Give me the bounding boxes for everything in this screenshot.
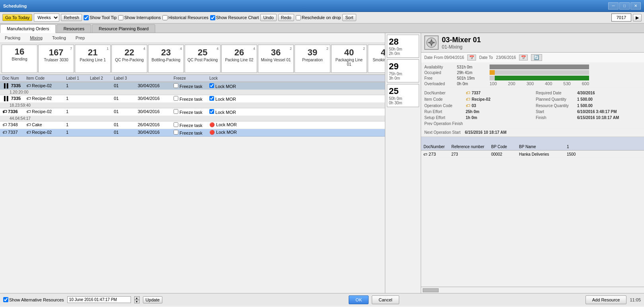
show-interruptions-check[interactable]: Show Interruptions [118, 15, 161, 20]
datetime-input[interactable]: 10 June 2016 01:47:17 PM [67, 296, 131, 303]
title-bar: Scheduling ─ □ ✕ [0, 0, 644, 12]
week-25[interactable]: 25 50h 0m 0h 30m [387, 84, 419, 107]
date-to-value: 23/06/2016 [496, 55, 516, 60]
detail-fields: DocNumber 🏷 7337 Required Date 4/30/2016… [421, 88, 644, 129]
group-time-2: 18.23:59:40 [0, 103, 385, 108]
overloaded-label: Overloaded [424, 82, 456, 86]
field-opcode: Operation Code 🏷 03 [424, 103, 529, 108]
field-docnumber: DocNumber 🏷 7337 [424, 90, 529, 95]
ref-cell: 273 [451, 152, 490, 157]
availability-label: Availability [424, 65, 456, 69]
show-interruptions-checkbox[interactable] [118, 15, 123, 20]
window-controls: ─ □ ✕ [608, 2, 641, 10]
tab-resource-planning-board[interactable]: Resource Planning Board [92, 24, 155, 33]
date-to-cal-button[interactable]: 📅 [519, 55, 528, 61]
show-resource-chart-check[interactable]: Show Resource Chart [210, 15, 259, 20]
resource-item-36[interactable]: 2 36 Mixing Vessel 01 [258, 45, 294, 73]
occupied-value: 29h 41m [457, 70, 489, 75]
window-title: Scheduling [3, 4, 608, 8]
spin-down[interactable]: ▼ [134, 300, 140, 303]
resource-item-16[interactable]: 16 Blending [2, 45, 37, 73]
resource-item-25[interactable]: 4 25 QC Post Packing [185, 45, 221, 73]
week-28[interactable]: 28 50h 0m 2h 0m [387, 35, 419, 58]
resource-item-26[interactable]: 4 26 Packing Line 02 [221, 45, 257, 73]
col-itemcode: Item Code [25, 76, 65, 81]
free-value: 501h 19m [457, 76, 489, 80]
show-tooltip-check[interactable]: Show Tool Tip [84, 15, 117, 20]
view-tab-prep[interactable]: Prep [74, 35, 86, 41]
resource-item-21[interactable]: 1 21 Packing Line 1 [75, 45, 111, 73]
h-scrollbar[interactable] [421, 287, 644, 293]
refresh-button[interactable]: Refresh [61, 14, 82, 21]
tab-manufacturing-orders[interactable]: Manufacturing Orders [0, 24, 56, 33]
go-to-today-button[interactable]: Go To Today [2, 14, 32, 21]
group-time-3: 44.04:54:17 [0, 116, 385, 121]
view-tab-tooling[interactable]: Tooling [51, 35, 68, 41]
col-qty: 1 [566, 144, 590, 149]
bar-scale: 100200300400530600 [490, 81, 589, 86]
group-header-1: ▐ ▌ 7335 🏷 Recipe-02 1 01 30/04/2016 Fre… [0, 82, 385, 90]
add-resource-button[interactable]: Add Resource [585, 295, 627, 304]
spin-up[interactable]: ▲ [134, 296, 140, 300]
field-setup-effort: Setup Effort 1h 0m [424, 115, 529, 120]
minimize-button[interactable]: ─ [608, 2, 619, 10]
machine-subtitle: 01-Mixing [442, 44, 481, 50]
update-button[interactable]: Update [143, 296, 162, 303]
table-row-7348[interactable]: 🏷 7348 🏷 Cake 1 01 26/04/2016 Freeze tas… [0, 121, 385, 129]
mixer-icon [424, 35, 439, 50]
redo-button[interactable]: Redo [278, 14, 294, 21]
col-freeze: Freeze [173, 76, 209, 81]
toolbar: Go To Today Weeks Refresh Show Tool Tip … [0, 12, 644, 23]
table-row-7337[interactable]: 🏷 7337 🏷 Recipe-02 1 01 30/04/2016 Freez… [0, 129, 385, 137]
resource-item-22[interactable]: 4 22 QC Pre-Packing [111, 45, 147, 73]
col-label1: Label 1 [65, 76, 89, 81]
main-tabs: Manufacturing Orders Resources Resource … [0, 23, 644, 33]
ok-button[interactable]: OK [349, 295, 369, 304]
cancel-button[interactable]: Cancel [372, 295, 399, 304]
col-bp-code: BP Code [490, 144, 518, 149]
view-tab-packing[interactable]: Packing [3, 35, 22, 41]
left-panel: Packing Mixing Tooling Prep 16 Blending … [0, 33, 385, 293]
date-refresh-button[interactable]: 🔄 [531, 54, 542, 61]
group-time-1: 1.20:20:00 [0, 90, 385, 95]
historical-resources-check[interactable]: Historical Resources [162, 15, 209, 20]
qty-cell: 1500 [566, 152, 590, 157]
reschedule-on-drop-check[interactable]: Reschedule on drop [296, 15, 341, 20]
main-content: Packing Mixing Tooling Prep 16 Blending … [0, 33, 644, 293]
col-ref: Reference number [451, 144, 490, 149]
period-select[interactable]: Weeks [34, 14, 59, 22]
close-button[interactable]: ✕ [630, 2, 641, 10]
undo-button[interactable]: Undo [260, 14, 276, 21]
col-label2: Label 2 [89, 76, 113, 81]
table-row-7335b[interactable]: ▐ ▌ 7335 🏷 Recipe-02 1 01 30/04/2016 Fre… [0, 95, 385, 103]
view-tab-mixing[interactable]: Mixing [28, 35, 44, 41]
resource-item-167[interactable]: 7 167 Trulaser 3030 [38, 45, 74, 73]
search-button[interactable]: ▶ [633, 14, 642, 22]
resource-item-23[interactable]: 4 23 Bottling-Packing [148, 45, 184, 73]
doc-num-input[interactable]: 7017 [611, 14, 631, 22]
weeks-panel: 28 50h 0m 2h 0m 29 75h 0m 3h 0m 25 50h 0… [385, 33, 421, 293]
show-resource-chart-checkbox[interactable] [210, 15, 215, 20]
resource-item-39[interactable]: 2 39 Preparation [295, 45, 330, 73]
week-29[interactable]: 29 75h 0m 3h 0m [387, 59, 419, 82]
resource-availability: Availability 531h 0m Occupied 29h 41m Fr… [421, 63, 644, 88]
h-scrollbar-thumb [423, 288, 439, 292]
tab-resources[interactable]: Resources [57, 24, 91, 33]
date-from-cal-button[interactable]: 📅 [467, 55, 476, 61]
reschedule-on-drop-checkbox[interactable] [296, 15, 301, 20]
show-tooltip-checkbox[interactable] [84, 15, 89, 20]
maximize-button[interactable]: □ [619, 2, 630, 10]
show-alt-resources-check[interactable]: Show Alternative Resources [3, 297, 64, 302]
bottom-separator [421, 137, 644, 143]
bottom-table-row-1[interactable]: 🏷 273 273 00002 Hanka Deliveries 1500 [421, 151, 644, 158]
datetime-spinners[interactable]: ▲ ▼ [134, 296, 140, 303]
sort-button[interactable]: Sort [342, 14, 356, 21]
resource-item-40[interactable]: 2 40 Packaging Line 01 [331, 45, 367, 73]
table-row-7336[interactable]: 🏷 7336 🏷 Recipe-02 1 01 30/04/2016 Freez… [0, 108, 385, 116]
historical-resources-checkbox[interactable] [162, 15, 168, 20]
orders-scroll: Doc Num Item Code Label 1 Label 2 Label … [0, 75, 385, 82]
free-bar [490, 76, 589, 80]
resource-item-42[interactable]: 2 42 Smoking Oven [368, 45, 385, 73]
show-alt-resources-checkbox[interactable] [3, 297, 8, 302]
date-to-label-text: Date To [479, 55, 493, 60]
